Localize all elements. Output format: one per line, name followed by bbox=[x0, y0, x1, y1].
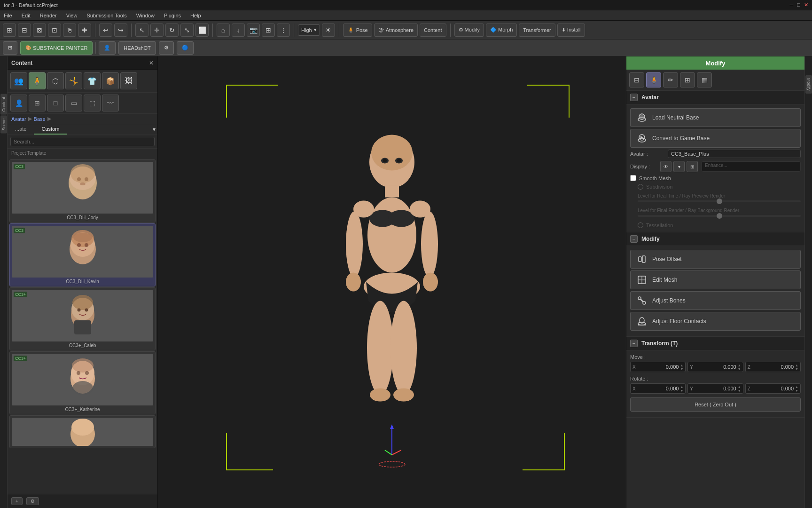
move-y-input[interactable]: Y 0.000 ▲ ▼ bbox=[687, 362, 743, 372]
down-btn[interactable]: ↓ bbox=[232, 24, 245, 37]
move-btn[interactable]: ✛ bbox=[150, 24, 164, 37]
icon-wave-small[interactable]: 〰 bbox=[102, 95, 119, 111]
rotate-x-up[interactable]: ▲ bbox=[680, 385, 683, 389]
right-icon-grid[interactable]: ⊞ bbox=[680, 72, 695, 87]
grid-btn[interactable]: ⊞ bbox=[262, 24, 275, 37]
pose-offset-btn[interactable]: Pose Offset bbox=[630, 250, 801, 269]
breadcrumb-avatar[interactable]: Avatar bbox=[11, 116, 26, 122]
avatar-section-header[interactable]: − Avatar bbox=[626, 91, 804, 104]
move-x-up[interactable]: ▲ bbox=[680, 364, 683, 367]
rotate-z-down[interactable]: ▼ bbox=[795, 389, 798, 392]
menu-file[interactable]: File bbox=[2, 12, 14, 19]
vtab-right-modify[interactable]: Modify bbox=[805, 75, 812, 94]
transformer-btn[interactable]: Transformer bbox=[519, 24, 555, 37]
rotate-z-up[interactable]: ▲ bbox=[795, 385, 798, 389]
tb-icon6[interactable]: ✚ bbox=[78, 24, 91, 37]
viewport[interactable] bbox=[158, 56, 626, 508]
tessellation-radio[interactable] bbox=[638, 222, 643, 228]
thumb-item-extra[interactable] bbox=[9, 415, 156, 448]
tb2-extra-btn[interactable]: 🔵 bbox=[177, 41, 194, 55]
menu-window[interactable]: Window bbox=[134, 12, 156, 19]
move-x-input[interactable]: X 0.000 ▲ ▼ bbox=[630, 362, 686, 372]
scale-btn[interactable]: ⤡ bbox=[180, 24, 194, 37]
bbox-btn[interactable]: ⬜ bbox=[195, 24, 209, 37]
atmosphere-btn[interactable]: 🌫 Atmosphere bbox=[374, 24, 418, 37]
close-panel-btn[interactable]: ✕ bbox=[149, 60, 154, 66]
tb-icon5[interactable]: 🖱 bbox=[63, 24, 76, 37]
icon-rect-small[interactable]: ▭ bbox=[65, 95, 82, 111]
load-neutral-base-btn[interactable]: Load Neutral Base bbox=[630, 108, 801, 127]
content-btn[interactable]: Content bbox=[420, 24, 446, 37]
right-icon-checker[interactable]: ▦ bbox=[697, 72, 712, 87]
convert-game-base-btn[interactable]: Convert to Game Base bbox=[630, 129, 801, 148]
move-x-down[interactable]: ▼ bbox=[680, 367, 683, 371]
icon-cloth[interactable]: 👕 bbox=[84, 72, 101, 89]
menu-edit[interactable]: Edit bbox=[20, 12, 32, 19]
more-btn[interactable]: ⋮ bbox=[277, 24, 290, 37]
redo-btn[interactable]: ↪ bbox=[114, 24, 127, 37]
finalrender-slider-track[interactable] bbox=[638, 215, 801, 217]
subdivision-radio[interactable] bbox=[638, 184, 643, 190]
icon-frame-small[interactable]: ⬚ bbox=[84, 95, 101, 111]
tab-expand-btn[interactable]: ▾ bbox=[151, 124, 157, 135]
move-z-up[interactable]: ▲ bbox=[795, 364, 798, 367]
vtab-content[interactable]: Content bbox=[0, 94, 7, 115]
rotate-y-down[interactable]: ▼ bbox=[738, 389, 741, 392]
home-btn[interactable]: ⌂ bbox=[217, 24, 230, 37]
tab-create[interactable]: ...ate bbox=[8, 124, 34, 135]
sun-btn[interactable]: ☀ bbox=[322, 24, 335, 37]
realtime-slider-thumb[interactable] bbox=[717, 198, 722, 204]
tb-icon4[interactable]: ⊡ bbox=[48, 24, 61, 37]
undo-btn[interactable]: ↩ bbox=[99, 24, 112, 37]
avatar-field-input[interactable] bbox=[668, 150, 801, 158]
tb2-settings-btn[interactable]: ⚙ bbox=[159, 41, 174, 55]
panel-settings-btn[interactable]: ⚙ bbox=[26, 497, 39, 505]
search-input[interactable] bbox=[10, 137, 155, 146]
tb-icon3[interactable]: ⊠ bbox=[33, 24, 46, 37]
smooth-mesh-checkbox[interactable] bbox=[630, 175, 636, 181]
icon-grid-small[interactable]: ⊞ bbox=[29, 95, 46, 111]
icon-people[interactable]: 👥 bbox=[10, 72, 27, 89]
vtab-scene[interactable]: Scene bbox=[0, 116, 7, 134]
display-down-btn[interactable]: ▾ bbox=[673, 161, 685, 172]
breadcrumb-base[interactable]: Base bbox=[34, 116, 46, 122]
display-eye-btn[interactable]: 👁 bbox=[660, 161, 671, 172]
transform-section-header[interactable]: − Transform (T) bbox=[626, 337, 804, 350]
thumb-item-kevin[interactable]: CC3 CC3_DH_Kevin bbox=[9, 223, 156, 286]
rotate-y-up[interactable]: ▲ bbox=[738, 385, 741, 389]
menu-render[interactable]: Render bbox=[38, 12, 59, 19]
quality-dropdown[interactable]: High ▾ bbox=[298, 24, 320, 36]
pose-btn[interactable]: 🧍 Pose bbox=[343, 24, 372, 37]
transform-collapse-btn[interactable]: − bbox=[630, 340, 638, 347]
icon-prop[interactable]: 📦 bbox=[102, 72, 119, 89]
menu-view[interactable]: View bbox=[64, 12, 79, 19]
adjust-bones-btn[interactable]: Adjust Bones bbox=[630, 291, 801, 310]
icon-morph[interactable]: ⬡ bbox=[47, 72, 64, 89]
rotate-z-input[interactable]: Z 0.000 ▲ ▼ bbox=[745, 383, 801, 394]
install-btn[interactable]: ⬇ Install bbox=[557, 24, 585, 37]
headshot-btn[interactable]: HEADshOT bbox=[118, 41, 156, 55]
reset-zero-btn[interactable]: Reset ( Zero Out ) bbox=[630, 397, 801, 412]
modify-icon-btn[interactable]: ⚙ Modify bbox=[454, 24, 484, 37]
menu-help[interactable]: Help bbox=[188, 12, 203, 19]
adjust-floor-contacts-btn[interactable]: Adjust Floor Contacts bbox=[630, 312, 801, 331]
minimize-btn[interactable]: ─ bbox=[790, 2, 794, 8]
right-icon-sliders[interactable]: ⊟ bbox=[629, 72, 644, 87]
move-z-down[interactable]: ▼ bbox=[795, 367, 798, 371]
finalrender-slider-thumb[interactable] bbox=[717, 213, 722, 219]
right-icon-edit[interactable]: ✏ bbox=[663, 72, 678, 87]
menu-plugins[interactable]: Plugins bbox=[162, 12, 183, 19]
icon-avatar[interactable]: 🧍 bbox=[29, 72, 46, 89]
modify-collapse-btn[interactable]: − bbox=[630, 235, 638, 243]
select-btn[interactable]: ↖ bbox=[135, 24, 148, 37]
tb-icon1[interactable]: ⊞ bbox=[3, 24, 16, 37]
maximize-btn[interactable]: □ bbox=[797, 2, 800, 8]
edit-mesh-btn[interactable]: Edit Mesh bbox=[630, 270, 801, 289]
modify-section-header[interactable]: − Modify bbox=[626, 232, 804, 246]
tb2-icon1[interactable]: ⊞ bbox=[3, 41, 17, 55]
move-y-down[interactable]: ▼ bbox=[738, 367, 741, 371]
tb-icon2[interactable]: ⊟ bbox=[18, 24, 31, 37]
camera-btn[interactable]: 📷 bbox=[247, 24, 260, 37]
icon-pose[interactable]: 🤸 bbox=[65, 72, 82, 89]
thumb-item-katherine[interactable]: CC3+ CC3+_Katherine bbox=[9, 351, 156, 414]
